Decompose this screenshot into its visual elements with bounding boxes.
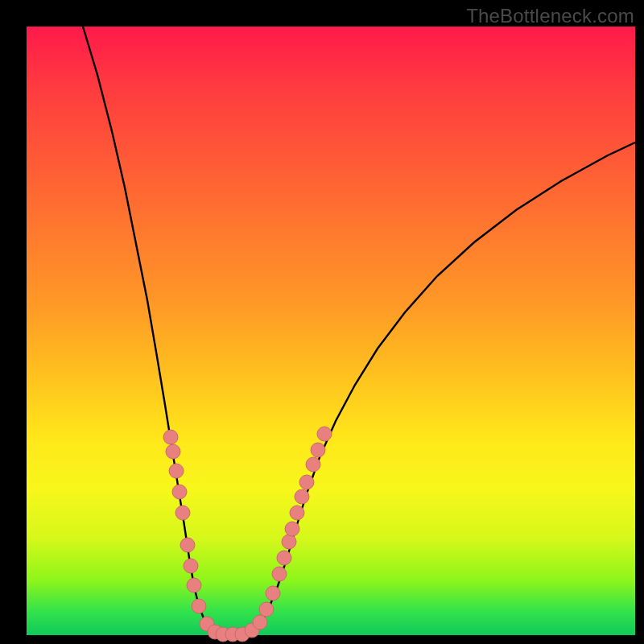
data-dot xyxy=(317,427,332,441)
bottleneck-curve xyxy=(83,27,635,635)
plot-area xyxy=(27,27,635,635)
bottleneck-curve-svg xyxy=(27,27,635,635)
data-dot xyxy=(259,602,274,617)
data-dot xyxy=(266,586,280,601)
data-dot xyxy=(163,430,178,444)
data-dot xyxy=(277,551,291,565)
data-dot xyxy=(290,506,304,520)
data-dot xyxy=(187,578,201,592)
data-dot xyxy=(184,559,198,573)
data-dot xyxy=(169,464,184,478)
data-dot xyxy=(282,535,296,549)
data-dots xyxy=(163,427,332,642)
data-dot xyxy=(172,485,187,499)
watermark-text: TheBottleneck.com xyxy=(466,5,634,27)
chart-frame: TheBottleneck.com xyxy=(0,0,644,644)
data-dot xyxy=(295,489,309,504)
data-dot xyxy=(306,457,320,472)
data-dot xyxy=(311,443,325,457)
data-dot xyxy=(180,538,195,552)
data-dot xyxy=(166,444,180,459)
data-dot xyxy=(192,599,206,613)
data-dot xyxy=(299,475,314,489)
data-dot xyxy=(253,615,267,630)
data-dot xyxy=(285,522,299,536)
data-dot xyxy=(272,567,287,581)
data-dot xyxy=(175,506,190,520)
